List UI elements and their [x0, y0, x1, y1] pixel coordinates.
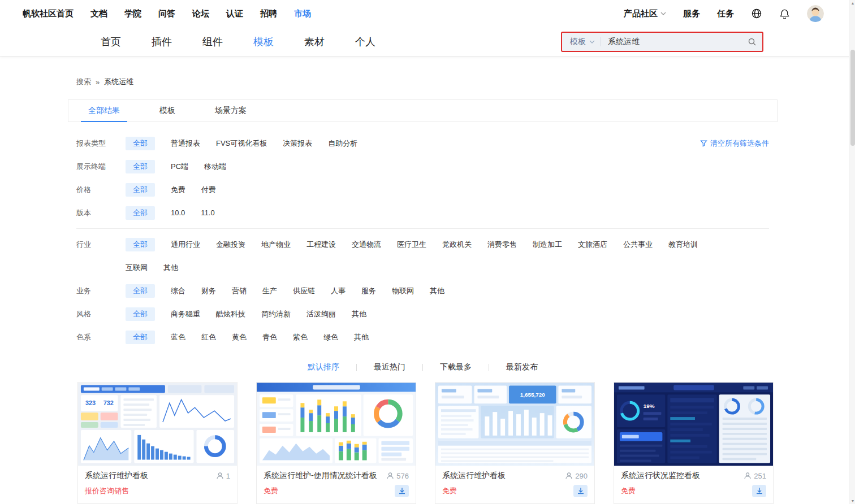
filter-option[interactable]: 生产	[262, 284, 277, 298]
filter-option[interactable]: 决策报表	[283, 137, 312, 150]
subnav-item-1[interactable]: 插件	[152, 35, 172, 49]
download-button[interactable]	[395, 485, 409, 497]
filter-option[interactable]: FVS可视化看板	[216, 137, 267, 150]
card-thumbnail[interactable]: 19%	[614, 383, 773, 466]
filter-option[interactable]: 其他	[430, 284, 444, 298]
filter-all-chip[interactable]: 全部	[126, 183, 155, 197]
scrollbar[interactable]: ▲ ▼	[849, 0, 855, 504]
filter-option[interactable]: 自助分析	[328, 137, 357, 150]
filter-option[interactable]: 医疗卫生	[397, 238, 426, 251]
topbar-item-0[interactable]: 帆软社区首页	[23, 8, 74, 19]
filter-option[interactable]: 教育培训	[668, 238, 698, 251]
topbar-item-1[interactable]: 文档	[90, 8, 107, 19]
filter-option[interactable]: 紫色	[293, 331, 308, 344]
filter-option[interactable]: 人事	[331, 284, 346, 298]
filter-option[interactable]: 供应链	[293, 284, 315, 298]
topbar-item-7[interactable]: 市场	[294, 8, 311, 19]
card-thumbnail[interactable]: 1,655,720	[435, 383, 594, 466]
breadcrumb-root[interactable]: 搜索	[76, 77, 91, 87]
topbar-item-5[interactable]: 认证	[226, 8, 243, 19]
filter-all-chip[interactable]: 全部	[126, 284, 155, 298]
service-link[interactable]: 服务	[683, 8, 700, 19]
tab-all-results[interactable]: 全部结果	[68, 100, 140, 121]
avatar[interactable]	[807, 5, 824, 22]
card-thumbnail[interactable]: 323 732	[78, 383, 237, 466]
filter-option[interactable]: 普通报表	[171, 137, 200, 150]
scroll-down-arrow[interactable]: ▼	[850, 499, 855, 503]
filter-option[interactable]: 文旅酒店	[578, 238, 607, 251]
clear-filters-button[interactable]: 清空所有筛选条件	[700, 137, 769, 150]
card-title[interactable]: 系统运行状况监控看板	[621, 471, 700, 481]
sort-item-2[interactable]: 下载最多	[423, 362, 489, 372]
filter-all-chip[interactable]: 全部	[126, 137, 155, 150]
template-card[interactable]: 系统运行维护-使用情况统计看板 576 免费	[256, 382, 416, 504]
filter-option[interactable]: 简约清新	[261, 307, 291, 321]
filter-option[interactable]: PC端	[171, 160, 188, 173]
filter-all-chip[interactable]: 全部	[126, 206, 155, 220]
filter-option[interactable]: 11.0	[201, 206, 214, 220]
filter-option[interactable]: 消费零售	[487, 238, 517, 251]
filter-option[interactable]: 酷炫科技	[216, 307, 245, 321]
filter-option[interactable]: 青色	[262, 331, 277, 344]
search-category-select[interactable]: 模板	[567, 37, 598, 47]
globe-icon[interactable]	[751, 8, 762, 19]
topbar-item-6[interactable]: 招聘	[260, 8, 277, 19]
topbar-item-2[interactable]: 学院	[124, 8, 141, 19]
download-button[interactable]	[752, 485, 766, 497]
filter-option[interactable]: 营销	[232, 284, 247, 298]
filter-option[interactable]: 通用行业	[171, 238, 200, 251]
filter-option[interactable]: 服务	[361, 284, 376, 298]
filter-option[interactable]: 免费	[171, 183, 185, 197]
topbar-item-4[interactable]: 论坛	[192, 8, 209, 19]
filter-option[interactable]: 移动端	[204, 160, 226, 173]
card-title[interactable]: 系统运行维护看板	[442, 471, 506, 481]
search-box[interactable]: 模板	[561, 32, 763, 52]
subnav-item-3[interactable]: 模板	[253, 35, 274, 49]
filter-option[interactable]: 地产物业	[261, 238, 291, 251]
filter-option[interactable]: 物联网	[392, 284, 414, 298]
search-icon[interactable]	[748, 37, 757, 46]
bell-icon[interactable]	[779, 8, 790, 19]
sort-item-1[interactable]: 最近热门	[357, 362, 422, 372]
subnav-item-5[interactable]: 个人	[355, 35, 375, 49]
filter-option[interactable]: 金融投资	[216, 238, 245, 251]
filter-option[interactable]: 其他	[352, 307, 366, 321]
sort-item-3[interactable]: 最新发布	[489, 362, 555, 372]
card-title[interactable]: 系统运行维护-使用情况统计看板	[264, 471, 377, 481]
template-card[interactable]: 323 732	[77, 382, 238, 504]
card-title[interactable]: 系统运行维护看板	[85, 471, 148, 481]
filter-option[interactable]: 制造加工	[533, 238, 562, 251]
filter-all-chip[interactable]: 全部	[126, 331, 155, 344]
filter-option[interactable]: 蓝色	[171, 331, 185, 344]
filter-option[interactable]: 综合	[171, 284, 185, 298]
filter-option[interactable]: 活泼绚丽	[306, 307, 336, 321]
subnav-item-2[interactable]: 组件	[202, 35, 223, 49]
template-card[interactable]: 19%	[614, 382, 774, 504]
filter-option[interactable]: 互联网	[126, 261, 148, 275]
filter-all-chip[interactable]: 全部	[126, 307, 155, 321]
download-button[interactable]	[573, 485, 588, 497]
filter-option[interactable]: 党政机关	[442, 238, 472, 251]
filter-option[interactable]: 工程建设	[306, 238, 336, 251]
topbar-item-3[interactable]: 问答	[158, 8, 175, 19]
filter-all-chip[interactable]: 全部	[126, 160, 155, 173]
card-thumbnail[interactable]	[257, 383, 416, 466]
product-community-menu[interactable]: 产品社区	[624, 8, 666, 19]
tab-templates[interactable]: 模板	[140, 100, 195, 121]
filter-all-chip[interactable]: 全部	[126, 238, 155, 251]
filter-option[interactable]: 10.0	[171, 206, 185, 220]
filter-option[interactable]: 绿色	[323, 331, 338, 344]
subnav-item-4[interactable]: 素材	[304, 35, 325, 49]
tab-scenarios[interactable]: 场景方案	[195, 100, 266, 121]
template-card[interactable]: 1,655,720	[435, 382, 595, 504]
filter-option[interactable]: 黄色	[232, 331, 247, 344]
filter-option[interactable]: 其他	[354, 331, 369, 344]
filter-option[interactable]: 商务稳重	[171, 307, 200, 321]
filter-option[interactable]: 公共事业	[623, 238, 653, 251]
sort-item-0[interactable]: 默认排序	[291, 362, 356, 372]
search-input[interactable]	[603, 37, 748, 46]
filter-option[interactable]: 交通物流	[352, 238, 381, 251]
tasks-link[interactable]: 任务	[717, 8, 734, 19]
filter-option[interactable]: 财务	[201, 284, 216, 298]
scrollbar-thumb[interactable]	[850, 50, 855, 146]
